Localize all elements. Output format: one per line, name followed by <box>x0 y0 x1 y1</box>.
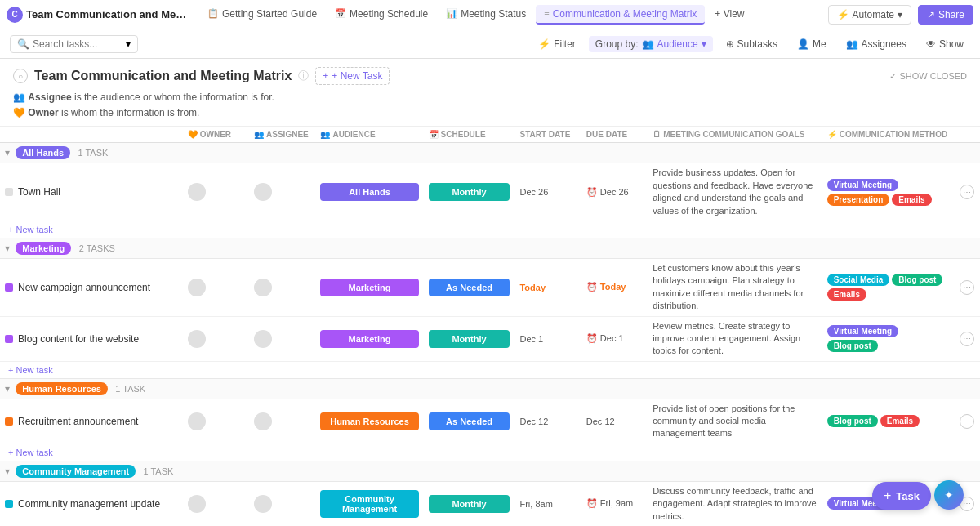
col-due-date: DUE DATE <box>581 127 648 143</box>
owner-cell <box>183 316 249 361</box>
audience-tag: Marketing <box>320 279 418 296</box>
table-row[interactable]: Community management update Community Ma… <box>0 481 980 526</box>
group-toggle-human-resources[interactable]: ▾ <box>5 383 10 394</box>
owner-cell <box>183 481 249 526</box>
table-row[interactable]: Recruitment announcement Human Resources… <box>0 399 980 444</box>
group-label-marketing: Marketing <box>16 242 71 255</box>
goals-cell: Discuss community feedback, traffic and … <box>648 481 822 526</box>
goals-text: Let customers know about this year's hol… <box>653 262 817 313</box>
col-schedule: 📅SCHEDULE <box>424 127 515 143</box>
share-btn[interactable]: ↗ Share <box>918 5 973 25</box>
row-action-cell: ⋯ <box>955 163 980 221</box>
method-tags: Virtual MeetingBlog post <box>827 325 951 352</box>
add-view-btn[interactable]: + View <box>706 5 752 25</box>
goals-text: Review metrics. Create strategy to impro… <box>653 320 817 358</box>
due-date-cell: ⏰ Dec 1 <box>581 316 648 361</box>
tab-getting-started[interactable]: 📋 Getting Started Guide <box>199 5 325 25</box>
group-label-all-hands: All Hands <box>16 146 70 159</box>
subtasks-btn[interactable]: ⊕ Subtasks <box>719 36 784 52</box>
me-btn[interactable]: 👤 Me <box>791 36 833 52</box>
row-options-btn[interactable]: ⋯ <box>960 414 974 429</box>
schedule-cell: Monthly <box>424 163 515 221</box>
group-count-marketing: 2 TASKS <box>79 243 115 253</box>
app-logo: C <box>7 7 23 23</box>
start-date-text: Fri, 8am <box>519 499 576 509</box>
tab-meeting-schedule[interactable]: 📅 Meeting Schedule <box>327 5 436 25</box>
info-icon: ⓘ <box>298 69 309 83</box>
top-bar: C Team Communication and Meeting Ma... 📋… <box>0 0 980 29</box>
search-dropdown-icon[interactable]: ▾ <box>126 38 131 50</box>
group-row-community-management: ▾ Community Management 1 TASK <box>0 461 980 481</box>
group-row-human-resources: ▾ Human Resources 1 TASK <box>0 378 980 399</box>
assignee-avatar <box>254 279 272 296</box>
new-task-inline-btn-marketing[interactable]: + New task <box>5 363 56 377</box>
assignee-cell <box>249 163 315 221</box>
audience-cell: Human Resources <box>315 399 423 444</box>
due-date-cell: ⏰ Today <box>581 258 648 316</box>
assignee-avatar <box>254 412 272 430</box>
col-assignee: 👥ASSIGNEE <box>249 127 315 143</box>
search-input[interactable] <box>33 38 122 50</box>
group-by-btn[interactable]: Group by: 👥 Audience ▾ <box>589 36 713 52</box>
audience-tag: All Hands <box>320 183 418 201</box>
row-options-btn[interactable]: ⋯ <box>960 280 974 295</box>
table-row[interactable]: New campaign announcement Marketing As N… <box>0 258 980 316</box>
owner-avatar <box>188 279 206 296</box>
assignees-btn[interactable]: 👥 Assignees <box>840 36 913 52</box>
table-container: 🧡OWNER 👥ASSIGNEE 👥AUDIENCE 📅SCHEDULE STA… <box>0 127 980 526</box>
new-task-inline-btn-all-hands[interactable]: + New task <box>5 223 56 236</box>
due-date-text: ⏰ Dec 26 <box>586 187 643 198</box>
app-title: Team Communication and Meeting Ma... <box>26 8 189 20</box>
filter-icon: ⚡ <box>538 38 550 50</box>
task-name-text: Community management update <box>18 498 160 510</box>
table-row[interactable]: Town Hall All Hands Monthly Dec 26 ⏰ Dec… <box>0 163 980 221</box>
filter-btn[interactable]: ⚡ Filter <box>532 36 582 52</box>
row-options-btn[interactable]: ⋯ <box>960 332 974 346</box>
new-task-inline-btn-human-resources[interactable]: + New task <box>5 446 56 459</box>
show-btn[interactable]: 👁 Show <box>920 36 970 52</box>
assignee-avatar <box>254 183 272 201</box>
schedule-tag: Monthly <box>429 495 510 513</box>
schedule-tag: As Needed <box>429 279 510 296</box>
owner-avatar <box>188 183 206 201</box>
owner-avatar <box>188 495 206 513</box>
schedule-tag: Monthly <box>429 183 510 201</box>
toolbar: 🔍 ▾ ⚡ Filter Group by: 👥 Audience ▾ ⊕ Su… <box>0 29 980 59</box>
tab-meeting-status[interactable]: 📊 Meeting Status <box>438 5 534 25</box>
schedule-cell: As Needed <box>424 399 515 444</box>
new-task-header-btn[interactable]: + + New Task <box>315 67 390 85</box>
automate-btn[interactable]: ⚡ Automate ▾ <box>828 5 911 25</box>
audience-cell: Marketing <box>315 258 423 316</box>
method-cell: Virtual MeetingBlog post <box>822 316 956 361</box>
main-table: 🧡OWNER 👥ASSIGNEE 👥AUDIENCE 📅SCHEDULE STA… <box>0 127 980 526</box>
assignee-avatar <box>254 495 272 513</box>
audience-tag: Human Resources <box>320 412 418 430</box>
method-cell: Blog postEmails <box>822 399 956 444</box>
ai-assistant-btn[interactable]: ✦ <box>934 480 964 510</box>
owner-avatar <box>188 330 206 348</box>
add-task-fab[interactable]: + Task <box>872 482 931 510</box>
show-closed-btn[interactable]: ✓ SHOW CLOSED <box>889 71 967 82</box>
group-toggle-marketing[interactable]: ▾ <box>5 243 10 254</box>
collapse-page-btn[interactable]: ○ <box>13 69 28 83</box>
audience-tag: Community Management <box>320 490 418 518</box>
row-action-cell: ⋯ <box>955 399 980 444</box>
task-icon <box>5 188 13 196</box>
goals-text: Provide business updates. Open for quest… <box>653 167 817 217</box>
method-tags: Blog postEmails <box>827 415 951 427</box>
owner-cell <box>183 258 249 316</box>
due-date-text: ⏰ Today <box>586 282 643 292</box>
search-box[interactable]: 🔍 ▾ <box>10 35 138 53</box>
col-task <box>0 127 183 143</box>
start-date-text: Dec 1 <box>519 334 576 344</box>
method-tag: Virtual Meeting <box>827 179 899 191</box>
row-options-btn[interactable]: ⋯ <box>960 185 974 199</box>
group-row-all-hands: ▾ All Hands 1 TASK <box>0 143 980 163</box>
audience-cell: Community Management <box>315 481 423 526</box>
start-date-cell: Dec 26 <box>514 163 581 221</box>
group-toggle-community-management[interactable]: ▾ <box>5 466 10 477</box>
group-toggle-all-hands[interactable]: ▾ <box>5 147 10 158</box>
method-tag: Blog post <box>892 274 942 286</box>
table-row[interactable]: Blog content for the website Marketing M… <box>0 316 980 361</box>
tab-comm-matrix[interactable]: ≡ Communication & Meeting Matrix <box>536 5 705 25</box>
